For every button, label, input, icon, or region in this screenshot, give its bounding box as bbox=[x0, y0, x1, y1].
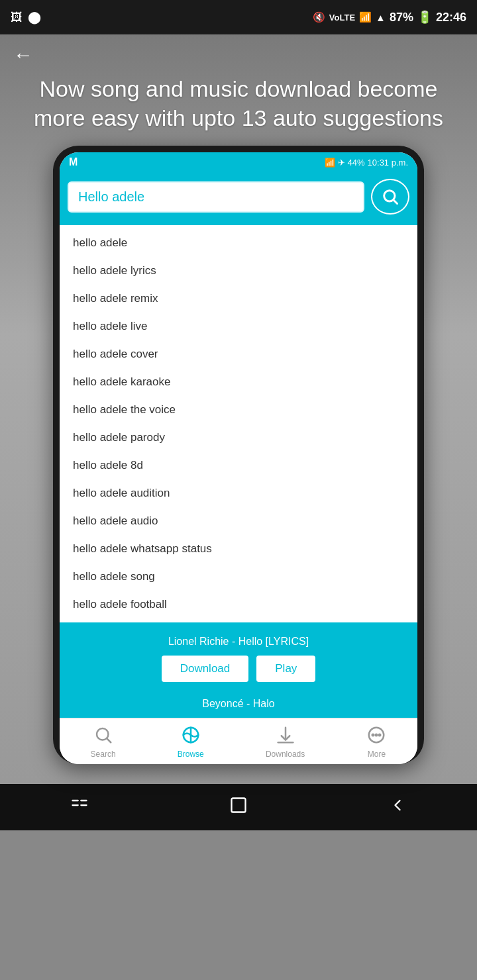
suggestion-item[interactable]: hello adele audio bbox=[60, 507, 417, 535]
search-button[interactable] bbox=[371, 179, 409, 215]
bottom-nav: Search Browse Downloads More bbox=[60, 718, 417, 764]
suggestions-list: hello adelehello adele lyricshello adele… bbox=[60, 225, 417, 622]
suggestion-item[interactable]: hello adele live bbox=[60, 313, 417, 340]
song-title-1: Lionel Richie - Hello [LYRICS] bbox=[60, 630, 417, 656]
phone-screen: M 📶 ✈ 44% 10:31 p.m. bbox=[60, 152, 417, 764]
suggestion-item[interactable]: hello adele song bbox=[60, 563, 417, 591]
mute-icon: 🔇 bbox=[313, 11, 325, 23]
svg-line-1 bbox=[394, 201, 397, 204]
nav-label-more: More bbox=[368, 750, 386, 759]
suggestion-item[interactable]: hello adele football bbox=[60, 591, 417, 618]
headline-text: Now song and music download become more … bbox=[0, 34, 477, 146]
suggestion-item[interactable]: hello adele cover bbox=[60, 340, 417, 368]
nav-item-browse[interactable]: Browse bbox=[178, 725, 204, 759]
gallery-icon: 🖼 bbox=[11, 11, 23, 24]
search-icon bbox=[93, 725, 113, 748]
suggestion-item[interactable]: hello adele remix bbox=[60, 285, 417, 313]
browse-icon bbox=[181, 725, 201, 748]
android-menu-button[interactable] bbox=[70, 796, 89, 819]
nav-label-browse: Browse bbox=[178, 750, 204, 759]
signal-icon: ▲ bbox=[376, 12, 386, 23]
downloads-icon bbox=[276, 725, 295, 748]
background-area: ← Now song and music download become mor… bbox=[0, 34, 477, 784]
song-card-2: Beyoncé - Halo bbox=[60, 690, 417, 718]
svg-point-8 bbox=[372, 734, 374, 736]
svg-point-9 bbox=[376, 734, 378, 736]
phone-battery: 44% bbox=[348, 158, 365, 168]
back-button[interactable]: ← bbox=[13, 44, 33, 66]
battery-icon: 🔋 bbox=[417, 10, 432, 24]
phone-time: 10:31 p.m. bbox=[368, 158, 408, 168]
suggestion-item[interactable]: hello adele 8d bbox=[60, 452, 417, 479]
nav-label-downloads: Downloads bbox=[266, 750, 305, 759]
status-bar-right: 🔇 VoLTE 📶 ▲ 87% 🔋 22:46 bbox=[313, 10, 466, 24]
time: 22:46 bbox=[436, 11, 466, 24]
svg-line-3 bbox=[107, 739, 111, 743]
song-card-1: Lionel Richie - Hello [LYRICS] Download … bbox=[60, 622, 417, 690]
status-bar-left: 🖼 ⬤ bbox=[11, 10, 41, 24]
svg-rect-15 bbox=[232, 798, 246, 812]
more-icon bbox=[366, 725, 386, 748]
play-button[interactable]: Play bbox=[256, 656, 315, 682]
nav-item-more[interactable]: More bbox=[366, 725, 386, 759]
phone-status-bar: M 📶 ✈ 44% 10:31 p.m. bbox=[60, 152, 417, 172]
android-back-button[interactable] bbox=[388, 796, 407, 819]
suggestion-item[interactable]: hello adele bbox=[60, 229, 417, 257]
suggestion-item[interactable]: hello adele parody bbox=[60, 424, 417, 452]
status-bar: 🖼 ⬤ 🔇 VoLTE 📶 ▲ 87% 🔋 22:46 bbox=[0, 0, 477, 34]
battery-percent: 87% bbox=[390, 11, 413, 24]
song-title-2: Beyoncé - Halo bbox=[66, 698, 411, 710]
suggestion-item[interactable]: hello adele the voice bbox=[60, 396, 417, 424]
phone-airplane-icon: ✈ bbox=[338, 158, 345, 168]
search-icon bbox=[381, 187, 399, 206]
search-input[interactable] bbox=[68, 181, 364, 213]
phone-wifi-icon: 📶 bbox=[325, 158, 335, 168]
volte-indicator: VoLTE bbox=[329, 13, 355, 23]
nav-label-search: Search bbox=[91, 750, 116, 759]
search-area bbox=[60, 172, 417, 225]
suggestion-item[interactable]: hello adele lyrics bbox=[60, 257, 417, 285]
suggestion-item[interactable]: hello adele whatsapp status bbox=[60, 535, 417, 563]
song-actions-1: Download Play bbox=[60, 656, 417, 690]
svg-point-10 bbox=[379, 734, 381, 736]
phone-app-icon: M bbox=[69, 156, 78, 168]
phone-mockup: M 📶 ✈ 44% 10:31 p.m. bbox=[53, 146, 424, 764]
nav-item-search[interactable]: Search bbox=[91, 725, 116, 759]
suggestion-item[interactable]: hello adele audition bbox=[60, 479, 417, 507]
download-button[interactable]: Download bbox=[162, 656, 249, 682]
camera-icon: ⬤ bbox=[28, 10, 41, 24]
android-bar bbox=[0, 784, 477, 830]
android-home-button[interactable] bbox=[229, 796, 248, 819]
suggestion-item[interactable]: hello adele karaoke bbox=[60, 368, 417, 396]
nav-item-downloads[interactable]: Downloads bbox=[266, 725, 305, 759]
wifi-icon: 📶 bbox=[359, 11, 372, 23]
